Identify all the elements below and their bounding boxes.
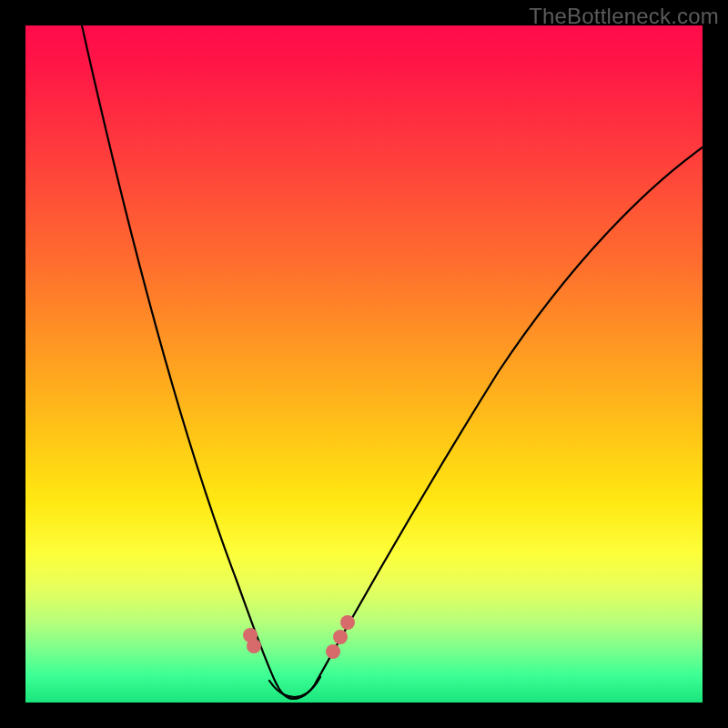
chart-frame: TheBottleneck.com xyxy=(0,0,728,728)
curve-left-branch xyxy=(82,25,293,699)
curve-right-branch xyxy=(293,147,703,699)
marker-dot xyxy=(247,639,261,653)
marker-dot xyxy=(340,615,355,630)
marker-dot xyxy=(333,630,348,644)
plot-area xyxy=(25,25,703,703)
bottleneck-curve xyxy=(25,25,703,703)
watermark-text: TheBottleneck.com xyxy=(529,4,719,29)
marker-dot xyxy=(326,644,340,659)
